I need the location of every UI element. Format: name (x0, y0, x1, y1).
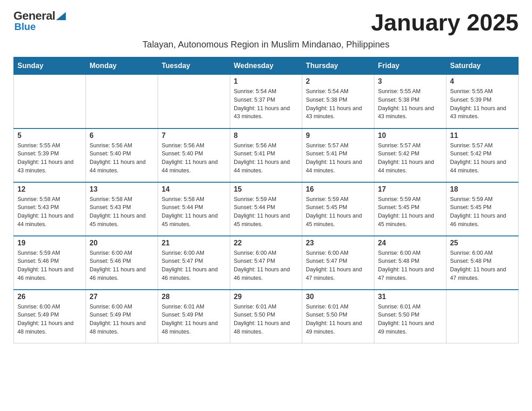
calendar-day-cell: 13Sunrise: 5:58 AMSunset: 5:43 PMDayligh… (86, 182, 158, 236)
calendar-day-cell: 14Sunrise: 5:58 AMSunset: 5:44 PMDayligh… (158, 182, 230, 236)
day-info: Sunrise: 5:59 AMSunset: 5:45 PMDaylight:… (378, 195, 442, 229)
day-info: Sunrise: 5:58 AMSunset: 5:44 PMDaylight:… (162, 195, 226, 229)
calendar-day-cell: 12Sunrise: 5:58 AMSunset: 5:43 PMDayligh… (14, 182, 86, 236)
day-number: 6 (90, 132, 154, 140)
page-header: General Blue January 2025 (13, 9, 519, 36)
calendar-day-cell: 18Sunrise: 5:59 AMSunset: 5:45 PMDayligh… (446, 182, 519, 236)
calendar-day-cell (86, 75, 158, 128)
calendar-day-cell: 6Sunrise: 5:56 AMSunset: 5:40 PMDaylight… (86, 128, 158, 182)
day-number: 28 (162, 293, 226, 301)
day-info: Sunrise: 5:55 AMSunset: 5:38 PMDaylight:… (378, 87, 442, 121)
svg-marker-0 (56, 12, 66, 20)
header-saturday: Saturday (446, 57, 519, 75)
day-number: 18 (450, 185, 515, 193)
day-number: 19 (17, 239, 82, 247)
calendar-day-cell: 9Sunrise: 5:57 AMSunset: 5:41 PMDaylight… (302, 128, 374, 182)
calendar-day-cell: 1Sunrise: 5:54 AMSunset: 5:37 PMDaylight… (230, 75, 302, 128)
calendar-day-cell: 7Sunrise: 5:56 AMSunset: 5:40 PMDaylight… (158, 128, 230, 182)
day-info: Sunrise: 6:00 AMSunset: 5:48 PMDaylight:… (378, 249, 442, 283)
logo-triangle-icon (56, 12, 66, 20)
day-number: 12 (17, 185, 82, 193)
day-number: 10 (378, 132, 442, 140)
day-info: Sunrise: 6:01 AMSunset: 5:50 PMDaylight:… (378, 303, 442, 336)
calendar-day-cell: 19Sunrise: 5:59 AMSunset: 5:46 PMDayligh… (14, 236, 86, 290)
day-info: Sunrise: 6:00 AMSunset: 5:47 PMDaylight:… (234, 249, 298, 283)
day-number: 17 (378, 185, 442, 193)
logo: General Blue (13, 9, 66, 33)
day-info: Sunrise: 6:01 AMSunset: 5:50 PMDaylight:… (234, 303, 298, 336)
day-number: 21 (162, 239, 226, 247)
header-wednesday: Wednesday (230, 57, 302, 75)
calendar-day-cell: 16Sunrise: 5:59 AMSunset: 5:45 PMDayligh… (302, 182, 374, 236)
day-number: 30 (306, 293, 370, 301)
day-info: Sunrise: 5:54 AMSunset: 5:37 PMDaylight:… (234, 87, 298, 121)
day-number: 13 (90, 185, 154, 193)
calendar-day-cell: 22Sunrise: 6:00 AMSunset: 5:47 PMDayligh… (230, 236, 302, 290)
day-number: 9 (306, 132, 370, 140)
calendar-day-cell: 10Sunrise: 5:57 AMSunset: 5:42 PMDayligh… (374, 128, 446, 182)
day-number: 25 (450, 239, 515, 247)
calendar-day-cell: 17Sunrise: 5:59 AMSunset: 5:45 PMDayligh… (374, 182, 446, 236)
logo-blue-text: Blue (14, 21, 36, 33)
day-info: Sunrise: 5:58 AMSunset: 5:43 PMDaylight:… (17, 195, 82, 229)
day-number: 3 (378, 77, 442, 86)
calendar-day-cell: 20Sunrise: 6:00 AMSunset: 5:46 PMDayligh… (86, 236, 158, 290)
calendar-day-cell: 5Sunrise: 5:55 AMSunset: 5:39 PMDaylight… (14, 128, 86, 182)
calendar-day-cell: 8Sunrise: 5:56 AMSunset: 5:41 PMDaylight… (230, 128, 302, 182)
calendar-week-row: 1Sunrise: 5:54 AMSunset: 5:37 PMDaylight… (14, 75, 519, 128)
calendar-day-cell: 28Sunrise: 6:01 AMSunset: 5:49 PMDayligh… (158, 290, 230, 343)
calendar-day-cell: 23Sunrise: 6:00 AMSunset: 5:47 PMDayligh… (302, 236, 374, 290)
day-number: 4 (450, 77, 515, 86)
calendar-day-cell: 24Sunrise: 6:00 AMSunset: 5:48 PMDayligh… (374, 236, 446, 290)
calendar-week-row: 26Sunrise: 6:00 AMSunset: 5:49 PMDayligh… (14, 290, 519, 343)
calendar-day-cell: 30Sunrise: 6:01 AMSunset: 5:50 PMDayligh… (302, 290, 374, 343)
day-info: Sunrise: 5:54 AMSunset: 5:38 PMDaylight:… (306, 87, 370, 121)
day-info: Sunrise: 5:56 AMSunset: 5:41 PMDaylight:… (234, 141, 298, 175)
calendar-day-cell: 27Sunrise: 6:00 AMSunset: 5:49 PMDayligh… (86, 290, 158, 343)
day-number: 27 (90, 293, 154, 301)
day-info: Sunrise: 6:00 AMSunset: 5:47 PMDaylight:… (162, 249, 226, 283)
day-number: 22 (234, 239, 298, 247)
header-sunday: Sunday (14, 57, 86, 75)
calendar-day-cell: 2Sunrise: 5:54 AMSunset: 5:38 PMDaylight… (302, 75, 374, 128)
day-info: Sunrise: 5:56 AMSunset: 5:40 PMDaylight:… (90, 141, 154, 175)
day-number: 14 (162, 185, 226, 193)
day-number: 2 (306, 77, 370, 86)
day-info: Sunrise: 6:00 AMSunset: 5:48 PMDaylight:… (450, 249, 515, 283)
day-number: 16 (306, 185, 370, 193)
day-info: Sunrise: 6:01 AMSunset: 5:50 PMDaylight:… (306, 303, 370, 336)
day-info: Sunrise: 6:00 AMSunset: 5:49 PMDaylight:… (17, 303, 82, 336)
day-number: 31 (378, 293, 442, 301)
day-info: Sunrise: 5:55 AMSunset: 5:39 PMDaylight:… (17, 141, 82, 175)
day-number: 15 (234, 185, 298, 193)
day-info: Sunrise: 5:59 AMSunset: 5:46 PMDaylight:… (17, 249, 82, 283)
calendar-day-cell: 25Sunrise: 6:00 AMSunset: 5:48 PMDayligh… (446, 236, 519, 290)
calendar-day-cell: 29Sunrise: 6:01 AMSunset: 5:50 PMDayligh… (230, 290, 302, 343)
calendar-day-cell: 21Sunrise: 6:00 AMSunset: 5:47 PMDayligh… (158, 236, 230, 290)
day-info: Sunrise: 5:59 AMSunset: 5:45 PMDaylight:… (306, 195, 370, 229)
day-info: Sunrise: 5:59 AMSunset: 5:45 PMDaylight:… (450, 195, 515, 229)
calendar-week-row: 12Sunrise: 5:58 AMSunset: 5:43 PMDayligh… (14, 182, 519, 236)
day-info: Sunrise: 5:57 AMSunset: 5:41 PMDaylight:… (306, 141, 370, 175)
day-info: Sunrise: 6:00 AMSunset: 5:46 PMDaylight:… (90, 249, 154, 283)
calendar-day-cell: 3Sunrise: 5:55 AMSunset: 5:38 PMDaylight… (374, 75, 446, 128)
calendar-day-cell: 26Sunrise: 6:00 AMSunset: 5:49 PMDayligh… (14, 290, 86, 343)
day-info: Sunrise: 5:56 AMSunset: 5:40 PMDaylight:… (162, 141, 226, 175)
day-number: 24 (378, 239, 442, 247)
day-number: 20 (90, 239, 154, 247)
page-title: January 2025 (371, 9, 519, 36)
calendar-day-cell: 31Sunrise: 6:01 AMSunset: 5:50 PMDayligh… (374, 290, 446, 343)
header-monday: Monday (86, 57, 158, 75)
day-number: 11 (450, 132, 515, 140)
day-number: 7 (162, 132, 226, 140)
day-info: Sunrise: 6:01 AMSunset: 5:49 PMDaylight:… (162, 303, 226, 336)
calendar-day-cell (158, 75, 230, 128)
day-number: 26 (17, 293, 82, 301)
calendar-day-cell: 4Sunrise: 5:55 AMSunset: 5:39 PMDaylight… (446, 75, 519, 128)
calendar-day-cell (446, 290, 519, 343)
day-info: Sunrise: 5:57 AMSunset: 5:42 PMDaylight:… (450, 141, 515, 175)
day-info: Sunrise: 5:58 AMSunset: 5:43 PMDaylight:… (90, 195, 154, 229)
calendar-day-cell (14, 75, 86, 128)
day-info: Sunrise: 5:59 AMSunset: 5:44 PMDaylight:… (234, 195, 298, 229)
calendar-week-row: 19Sunrise: 5:59 AMSunset: 5:46 PMDayligh… (14, 236, 519, 290)
